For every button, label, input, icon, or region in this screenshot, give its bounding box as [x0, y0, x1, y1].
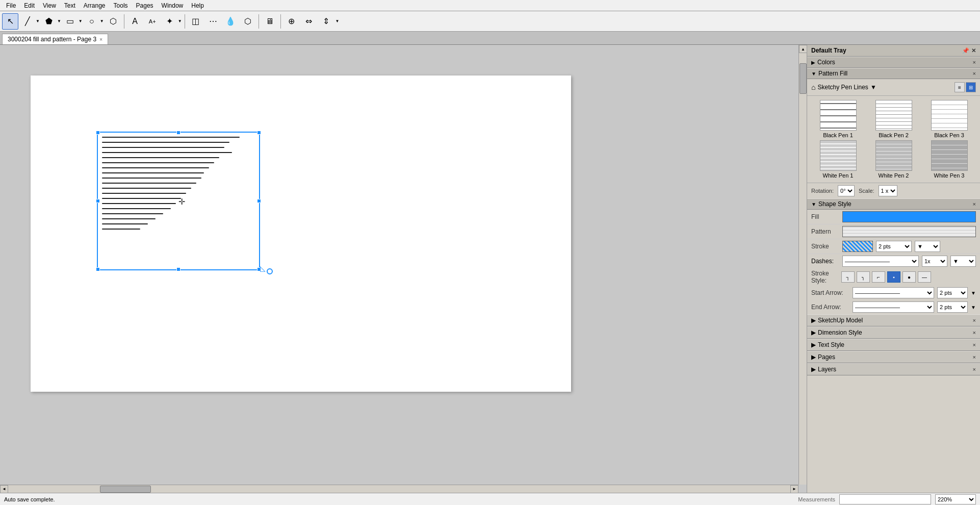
- scroll-up-arrow[interactable]: ▲: [799, 45, 807, 53]
- fill-tool-button[interactable]: ⬡: [240, 13, 256, 30]
- sample-tool-button[interactable]: ⋯: [205, 13, 221, 30]
- end-arrow-select[interactable]: ————————: [853, 301, 934, 313]
- pattern-item-black-pen-3[interactable]: Black Pen 3: [922, 100, 976, 138]
- more-arrow[interactable]: ▼: [336, 19, 340, 23]
- horizontal-scrollbar[interactable]: ◄ ►: [0, 485, 798, 493]
- shape-style-expand-icon[interactable]: ▼: [811, 201, 816, 207]
- tray-close-button[interactable]: ✕: [971, 47, 976, 54]
- stroke-style-round-button[interactable]: ╮: [857, 271, 870, 283]
- list-view-button[interactable]: ≡: [955, 82, 965, 92]
- shape-tool-arrow[interactable]: ▼: [57, 19, 61, 23]
- layers-section[interactable]: ▶ Layers ×: [807, 363, 980, 375]
- shape-style-header[interactable]: ▼ Shape Style ×: [807, 198, 980, 210]
- start-arrow-pts-select[interactable]: 2 pts: [937, 287, 968, 298]
- pattern-item-white-pen-2[interactable]: White Pen 2: [867, 140, 920, 179]
- rectangle-tool-arrow[interactable]: ▼: [79, 19, 83, 23]
- sketchup-model-close[interactable]: ×: [973, 317, 976, 323]
- tray-pin-button[interactable]: 📌: [962, 47, 969, 54]
- handle-top-left[interactable]: [96, 131, 100, 135]
- line-tool-arrow[interactable]: ▼: [36, 19, 40, 23]
- grid-view-button[interactable]: ⊞: [966, 82, 976, 92]
- stroke-style-miter-button[interactable]: ┐: [841, 271, 855, 283]
- dashes-extra-select[interactable]: ▼: [950, 256, 976, 267]
- eraser-tool-button[interactable]: ◫: [188, 13, 204, 30]
- pattern-fill-header[interactable]: ▼ Pattern Fill ×: [807, 68, 980, 79]
- menu-text[interactable]: Text: [60, 1, 80, 10]
- text-style-section[interactable]: ▶ Text Style ×: [807, 339, 980, 351]
- scroll-thumb-horizontal[interactable]: [100, 486, 151, 493]
- stroke-style-flat-button[interactable]: —: [918, 271, 931, 283]
- scroll-thumb-vertical[interactable]: [800, 63, 807, 94]
- zoom-select[interactable]: 220%: [935, 494, 976, 504]
- menu-view[interactable]: View: [39, 1, 60, 10]
- circle-tool-button[interactable]: ○: [84, 13, 100, 30]
- text-style-close[interactable]: ×: [973, 342, 976, 348]
- canvas-area[interactable]: ✛ ◺ ▲ ◄ ►: [0, 45, 807, 493]
- pattern-item-white-pen-1[interactable]: White Pen 1: [811, 140, 865, 179]
- handle-top-middle[interactable]: [176, 131, 180, 135]
- category-dropdown-arrow[interactable]: ▼: [870, 84, 876, 91]
- end-arrow-dropdown[interactable]: ▼: [971, 305, 976, 310]
- text-area-tool-button[interactable]: A+: [144, 13, 161, 30]
- rectangle-tool-button[interactable]: ▭: [62, 13, 79, 30]
- shape-tool-button[interactable]: ⬟: [41, 13, 57, 30]
- tab-close-button[interactable]: ×: [99, 37, 102, 42]
- colors-section-header[interactable]: ▶ Colors ×: [807, 57, 980, 68]
- menu-window[interactable]: Window: [158, 1, 188, 10]
- text-style-expand[interactable]: ▶: [811, 341, 816, 348]
- fill-color-swatch[interactable]: [842, 211, 976, 222]
- eyedropper-tool-button[interactable]: 💧: [222, 13, 239, 30]
- pages-close[interactable]: ×: [973, 354, 976, 360]
- handle-right-middle[interactable]: [257, 199, 261, 203]
- document-tab[interactable]: 3000204 fill and pattern - Page 3 ×: [2, 34, 108, 44]
- menu-edit[interactable]: Edit: [20, 1, 39, 10]
- scale-select[interactable]: 1 x: [879, 185, 897, 196]
- line-tool-button[interactable]: ╱: [19, 13, 36, 30]
- pattern-item-black-pen-1[interactable]: Black Pen 1: [811, 100, 865, 138]
- handle-top-right[interactable]: [257, 131, 261, 135]
- vertical-scrollbar[interactable]: ▲: [798, 45, 807, 485]
- measurements-input[interactable]: [839, 494, 931, 504]
- circle-tool-arrow[interactable]: ▼: [100, 19, 104, 23]
- insert-button[interactable]: ⊕: [283, 13, 300, 30]
- end-arrow-pts-select[interactable]: 2 pts: [937, 301, 968, 313]
- dimension-style-expand[interactable]: ▶: [811, 329, 816, 336]
- stroke-pts-select[interactable]: 2 pts: [876, 241, 912, 252]
- stroke-color-swatch[interactable]: [842, 241, 873, 252]
- handle-bottom-middle[interactable]: [176, 267, 180, 271]
- colors-expand-icon[interactable]: ▶: [811, 60, 815, 65]
- dashes-pts-select[interactable]: 1x: [922, 256, 947, 267]
- handle-left-middle[interactable]: [96, 199, 100, 203]
- pattern-item-white-pen-3[interactable]: White Pen 3: [922, 140, 976, 179]
- sketchup-model-section[interactable]: ▶ SketchUp Model ×: [807, 314, 980, 326]
- scroll-right-arrow[interactable]: ►: [790, 485, 798, 493]
- pages-expand[interactable]: ▶: [811, 353, 816, 361]
- category-name[interactable]: Sketchy Pen Lines: [817, 84, 868, 91]
- stroke-style-square-button[interactable]: ▪: [887, 271, 900, 283]
- menu-help[interactable]: Help: [187, 1, 208, 10]
- start-arrow-select[interactable]: ————————: [853, 287, 934, 298]
- text-tool-button[interactable]: A: [127, 13, 143, 30]
- menu-file[interactable]: File: [2, 1, 20, 10]
- flip-h-button[interactable]: ⇔: [301, 13, 317, 30]
- flip-v-button[interactable]: ⇕: [318, 13, 334, 30]
- dimension-style-section[interactable]: ▶ Dimension Style ×: [807, 326, 980, 339]
- menu-tools[interactable]: Tools: [110, 1, 132, 10]
- screen-button[interactable]: 🖥: [262, 13, 278, 30]
- dimension-style-close[interactable]: ×: [973, 330, 976, 336]
- pattern-fill-expand-icon[interactable]: ▼: [811, 71, 816, 77]
- layers-expand[interactable]: ▶: [811, 366, 816, 373]
- scroll-left-arrow[interactable]: ◄: [0, 485, 8, 493]
- layers-close[interactable]: ×: [973, 366, 976, 372]
- start-arrow-dropdown[interactable]: ▼: [971, 290, 976, 296]
- magic-tool-button[interactable]: ✦: [162, 13, 178, 30]
- stroke-style-bevel-button[interactable]: ⌐: [872, 271, 885, 283]
- pattern-fill-close-button[interactable]: ×: [973, 70, 976, 77]
- rotation-select[interactable]: 0°: [838, 185, 855, 196]
- stroke-extra-select[interactable]: ▼: [915, 241, 940, 252]
- menu-arrange[interactable]: Arrange: [80, 1, 110, 10]
- stroke-style-round2-button[interactable]: ●: [902, 271, 916, 283]
- handle-bottom-left[interactable]: [96, 267, 100, 271]
- pattern-color-swatch[interactable]: [842, 226, 976, 237]
- polygon-tool-button[interactable]: ⬡: [105, 13, 121, 30]
